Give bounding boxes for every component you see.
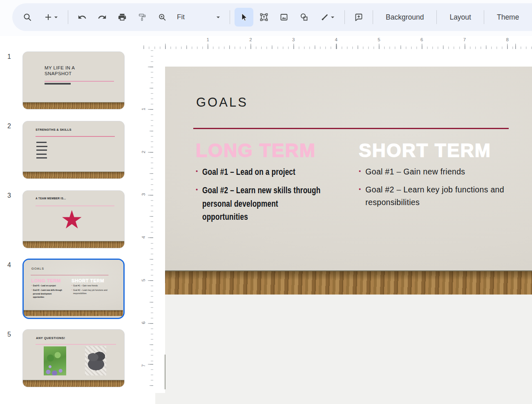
slide-number: 2 (7, 123, 11, 130)
mini-slide: GOALS LONG TERM •Goal #1 – Lead on a pro… (24, 260, 123, 318)
long-term-heading[interactable]: LONG TERM (196, 138, 353, 162)
list-item[interactable]: •Goal #1 – Gain new friends (359, 165, 513, 178)
goal-item-text: Goal #2 – Learn new skills through perso… (202, 184, 323, 223)
bullet: • (72, 284, 72, 288)
bullet: • (359, 183, 361, 209)
zoom-select[interactable]: Fit (173, 8, 225, 27)
ruler-tick-label: 7 (141, 364, 146, 367)
mini-goal-item: Goal #2 – Learn key job functions and re… (73, 289, 110, 295)
bullet: • (72, 289, 72, 295)
long-term-list[interactable]: •Goal #1 – Lead on a project •Goal #2 – … (196, 165, 353, 223)
zoom-button[interactable] (153, 8, 172, 27)
slide-number: 4 (7, 261, 11, 269)
slide-number: 1 (7, 53, 11, 60)
accent-line (36, 344, 116, 345)
google-slides-app: { "toolbar": { "fit_label": "Fit", "back… (0, 0, 532, 404)
list-item[interactable]: •Goal #2 – Learn key job functions and r… (359, 183, 513, 209)
insert-shape-button[interactable] (295, 8, 313, 27)
ruler-tick-label: 4 (335, 37, 338, 42)
accent-line (36, 136, 115, 137)
zoom-in-icon (158, 13, 167, 22)
accent-line (45, 81, 114, 82)
list-item[interactable]: •Goal #2 – Learn new skills through pers… (196, 184, 353, 223)
ruler-tick-label: 7 (463, 37, 466, 42)
paint-format-button[interactable] (133, 8, 152, 27)
redo-button[interactable] (93, 8, 112, 27)
goal-item-text: Goal #1 – Lead on a project (202, 165, 323, 179)
undo-button[interactable] (73, 8, 92, 27)
slide[interactable]: GOALS LONG TERM •Goal #1 – Lead on a pro… (165, 67, 532, 295)
slide-title[interactable]: GOALS (196, 95, 248, 110)
slide-number: 5 (7, 331, 11, 338)
list-line-placeholder (36, 150, 47, 151)
slide-thumbnail-1[interactable]: MY LIFE IN A SNAPSHOT (22, 51, 125, 109)
ruler-tick-label: 5 (141, 279, 146, 281)
theme-button[interactable]: Theme (489, 8, 527, 27)
thumb-title: A TEAM MEMBER IS... (36, 197, 66, 200)
mini-goal-item: Goal #2 – Learn new skills through perso… (33, 289, 63, 299)
flowers-photo (44, 346, 66, 375)
list-line-placeholder (36, 146, 47, 147)
layout-button-label: Layout (449, 13, 471, 22)
wood-floor (24, 310, 123, 316)
subtitle-placeholder (45, 83, 71, 85)
chevron-down-icon (54, 16, 58, 19)
redo-icon (98, 13, 107, 22)
list-line-placeholder (36, 154, 47, 155)
thumb-title: STRENGTHS & SKILLS (36, 128, 72, 132)
text-box-icon (259, 12, 269, 22)
goal-item-text: Goal #1 – Gain new friends (365, 165, 465, 178)
canvas-background (155, 393, 172, 404)
image-icon (279, 12, 289, 22)
top-bar: Fit Background Layout (0, 0, 532, 36)
toolbar: Fit Background Layout (12, 3, 532, 31)
add-comment-icon (354, 12, 364, 22)
layout-button[interactable]: Layout (441, 8, 479, 27)
list-line-placeholder (36, 157, 47, 158)
new-slide-button[interactable] (38, 8, 63, 27)
add-comment-button[interactable] (349, 8, 368, 27)
toolbar-divider (436, 10, 437, 24)
list-item[interactable]: •Goal #1 – Lead on a project (196, 165, 353, 179)
ruler-tick-label: 2 (249, 37, 252, 42)
short-term-column[interactable]: SHORT TERM •Goal #1 – Gain new friends •… (359, 138, 513, 214)
zoom-select-value: Fit (177, 13, 185, 21)
print-button[interactable] (113, 8, 132, 27)
short-term-list[interactable]: •Goal #1 – Gain new friends •Goal #2 – L… (359, 165, 513, 209)
text-box-button[interactable] (255, 8, 273, 27)
toolbar-divider (344, 10, 345, 24)
slide-thumbnail-2[interactable]: STRENGTHS & SKILLS (22, 121, 125, 179)
mini-goal-item: Goal #1 – Gain new friends (73, 284, 98, 288)
toolbar-divider (484, 10, 484, 24)
chevron-down-icon (331, 16, 335, 19)
vertical-ruler: 1 2 3 4 5 6 7 (141, 49, 153, 389)
short-term-heading[interactable]: SHORT TERM (359, 138, 513, 162)
background-button[interactable]: Background (378, 8, 432, 27)
bullet: • (31, 289, 32, 299)
slide-thumbnail-4-selected[interactable]: GOALS LONG TERM •Goal #1 – Lead on a pro… (22, 259, 125, 319)
long-term-column[interactable]: LONG TERM •Goal #1 – Lead on a project •… (196, 138, 353, 229)
divider-line[interactable] (193, 128, 509, 129)
mini-short-term-heading: SHORT TERM (72, 277, 110, 283)
slide-thumbnail-5[interactable]: ANY QUESTIONS! (22, 329, 125, 387)
search-button[interactable] (18, 8, 37, 27)
insert-line-button[interactable] (315, 8, 340, 27)
background-button-label: Background (386, 13, 424, 22)
ruler-tick-label: 4 (141, 236, 146, 239)
select-tool-button[interactable] (235, 8, 253, 27)
insert-image-button[interactable] (275, 8, 293, 27)
ruler-tick-label: 6 (420, 37, 423, 42)
toolbar-divider (230, 10, 230, 24)
mini-long-term-heading: LONG TERM (31, 277, 70, 283)
wood-floor (23, 172, 124, 179)
shape-icon (299, 12, 309, 22)
chevron-down-icon (216, 16, 220, 19)
ruler-tick-label: 2 (141, 151, 146, 153)
slide-canvas[interactable]: GOALS LONG TERM •Goal #1 – Lead on a pro… (165, 67, 532, 295)
wood-floor (23, 241, 124, 248)
ruler-tick-label: 1 (206, 37, 209, 42)
list-line-placeholder (36, 142, 47, 143)
slide-number: 3 (7, 192, 11, 199)
slide-thumbnail-3[interactable]: A TEAM MEMBER IS... ★ (22, 190, 125, 248)
star-shape: ★ (60, 207, 83, 232)
